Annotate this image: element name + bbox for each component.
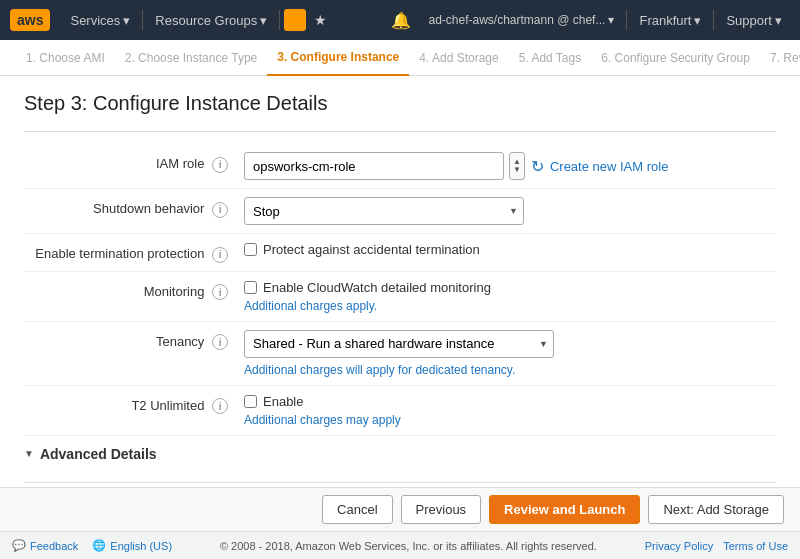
terms-of-use-link[interactable]: Terms of Use (723, 540, 788, 552)
nav-support[interactable]: Support ▾ (718, 9, 790, 32)
shutdown-behavior-control: Stop (244, 197, 776, 225)
cancel-button[interactable]: Cancel (322, 495, 392, 524)
next-button[interactable]: Next: Add Storage (648, 495, 784, 524)
tenancy-control: Shared - Run a shared hardware instance … (244, 330, 776, 377)
advanced-divider (24, 482, 776, 483)
create-iam-link[interactable]: Create new IAM role (550, 159, 669, 174)
nav-orange-icon (284, 9, 306, 31)
monitoring-checkbox-label[interactable]: Enable CloudWatch detailed monitoring (244, 280, 776, 295)
step-configure-security-group[interactable]: 6. Configure Security Group (591, 40, 760, 76)
nav-divider4 (713, 10, 714, 30)
footer-right: Privacy Policy Terms of Use (645, 540, 788, 552)
shutdown-behavior-label: Shutdown behavior i (24, 197, 244, 218)
advanced-details-header[interactable]: ▼ Advanced Details (24, 436, 776, 470)
nav-bell-icon[interactable]: 🔔 (385, 11, 417, 30)
nav-resource-groups[interactable]: Resource Groups ▾ (147, 9, 275, 32)
footer-copyright: © 2008 - 2018, Amazon Web Services, Inc.… (172, 540, 645, 552)
monitoring-control: Enable CloudWatch detailed monitoring Ad… (244, 280, 776, 313)
t2-unlimited-label: T2 Unlimited i (24, 394, 244, 415)
advanced-details-label: Advanced Details (40, 446, 157, 462)
iam-role-row: IAM role i ▲ ▼ ↻ Create new IAM role (24, 144, 776, 189)
termination-protection-label: Enable termination protection i (24, 242, 244, 263)
nav-star-icon[interactable]: ★ (310, 12, 331, 28)
termination-protection-row: Enable termination protection i Protect … (24, 234, 776, 272)
tenancy-charges-link[interactable]: Additional charges will apply for dedica… (244, 363, 515, 377)
t2-unlimited-row: T2 Unlimited i Enable Additional charges… (24, 386, 776, 436)
termination-info-icon[interactable]: i (212, 247, 228, 263)
tenancy-label: Tenancy i (24, 330, 244, 351)
step-configure-instance[interactable]: 3. Configure Instance (267, 40, 409, 76)
nav-divider1 (142, 10, 143, 30)
termination-checkbox[interactable] (244, 243, 257, 256)
nav-user[interactable]: ad-chef-aws/chartmann @ chef... ▾ (421, 9, 623, 31)
tenancy-info-icon[interactable]: i (212, 334, 228, 350)
main-content: Step 3: Configure Instance Details IAM r… (0, 76, 800, 487)
termination-checkbox-label[interactable]: Protect against accidental termination (244, 242, 776, 257)
t2-checkbox[interactable] (244, 395, 257, 408)
iam-role-control: ▲ ▼ ↻ Create new IAM role (244, 152, 776, 180)
review-and-launch-button[interactable]: Review and Launch (489, 495, 640, 524)
tenancy-row: Tenancy i Shared - Run a shared hardware… (24, 322, 776, 386)
tenancy-select[interactable]: Shared - Run a shared hardware instance (244, 330, 554, 358)
advanced-collapse-icon: ▼ (24, 448, 34, 459)
feedback-bubble-icon: 💬 (12, 539, 26, 552)
feedback-link[interactable]: Feedback (30, 540, 78, 552)
language-link[interactable]: English (US) (110, 540, 172, 552)
iam-role-label: IAM role i (24, 152, 244, 173)
iam-role-refresh-button[interactable]: ↻ (531, 157, 544, 176)
nav-region[interactable]: Frankfurt ▾ (631, 9, 709, 32)
shutdown-behavior-row: Shutdown behavior i Stop (24, 189, 776, 234)
step-add-tags[interactable]: 5. Add Tags (509, 40, 592, 76)
iam-role-input[interactable] (244, 152, 504, 180)
steps-bar: 1. Choose AMI 2. Choose Instance Type 3.… (0, 40, 800, 76)
shutdown-select[interactable]: Stop (244, 197, 524, 225)
termination-protection-control: Protect against accidental termination (244, 242, 776, 257)
step-choose-instance-type[interactable]: 2. Choose Instance Type (115, 40, 268, 76)
globe-icon: 🌐 (92, 539, 106, 552)
monitoring-info-icon[interactable]: i (212, 284, 228, 300)
previous-button[interactable]: Previous (401, 495, 482, 524)
bottom-toolbar: Cancel Previous Review and Launch Next: … (0, 487, 800, 531)
t2-unlimited-control: Enable Additional charges may apply (244, 394, 776, 427)
shutdown-select-wrapper: Stop (244, 197, 524, 225)
t2-info-icon[interactable]: i (212, 398, 228, 414)
nav-divider3 (626, 10, 627, 30)
monitoring-label: Monitoring i (24, 280, 244, 301)
t2-charges-link[interactable]: Additional charges may apply (244, 413, 401, 427)
top-navigation: aws Services ▾ Resource Groups ▾ ★ 🔔 ad-… (0, 0, 800, 40)
nav-services[interactable]: Services ▾ (62, 9, 138, 32)
footer: 💬 Feedback 🌐 English (US) © 2008 - 2018,… (0, 531, 800, 559)
privacy-policy-link[interactable]: Privacy Policy (645, 540, 713, 552)
step-add-storage[interactable]: 4. Add Storage (409, 40, 508, 76)
t2-checkbox-label[interactable]: Enable (244, 394, 776, 409)
monitoring-row: Monitoring i Enable CloudWatch detailed … (24, 272, 776, 322)
step-choose-ami[interactable]: 1. Choose AMI (16, 40, 115, 76)
footer-left: 💬 Feedback 🌐 English (US) (12, 539, 172, 552)
shutdown-info-icon[interactable]: i (212, 202, 228, 218)
page-title: Step 3: Configure Instance Details (24, 92, 776, 115)
monitoring-checkbox[interactable] (244, 281, 257, 294)
nav-divider2 (279, 10, 280, 30)
step-review[interactable]: 7. Review (760, 40, 800, 76)
section-divider (24, 131, 776, 132)
tenancy-select-wrapper: Shared - Run a shared hardware instance (244, 330, 554, 358)
aws-logo: aws (10, 9, 50, 31)
iam-role-arrows[interactable]: ▲ ▼ (509, 152, 525, 180)
monitoring-charges-link[interactable]: Additional charges apply. (244, 299, 377, 313)
iam-role-info-icon[interactable]: i (212, 157, 228, 173)
